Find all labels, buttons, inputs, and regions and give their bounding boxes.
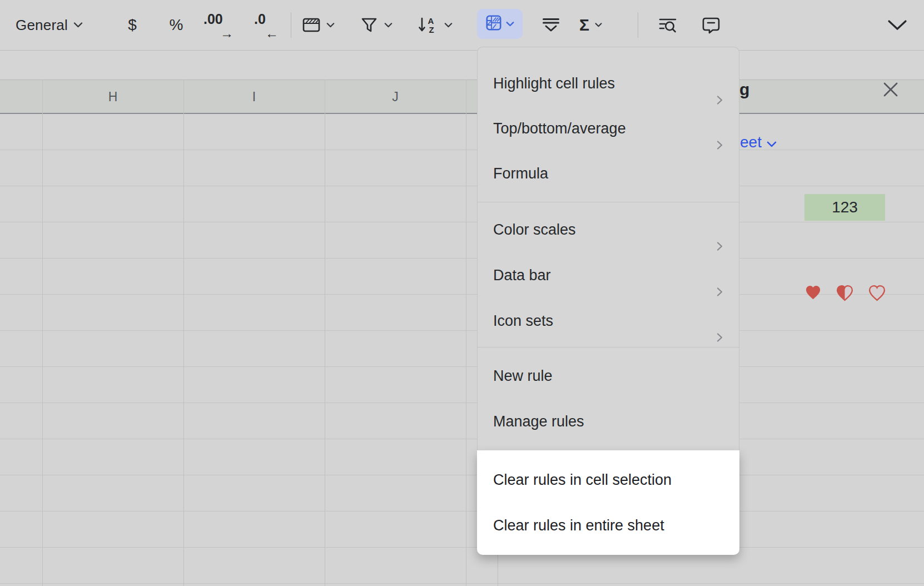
format-preview-cell: 123 <box>804 194 885 221</box>
currency-format-button[interactable]: $ <box>121 0 143 50</box>
heart-filled-icon <box>804 284 822 301</box>
grid-column-line <box>42 80 43 586</box>
column-header-row: H I J <box>0 80 924 114</box>
chevron-down-icon <box>506 19 514 29</box>
percent-format-button[interactable]: % <box>163 0 189 50</box>
menu-item-top-bottom-average[interactable]: Top/bottom/average <box>477 106 739 151</box>
collapse-toolbar-button[interactable] <box>884 0 911 50</box>
svg-text:A: A <box>428 16 434 26</box>
apply-scope-link[interactable]: eet <box>740 133 777 151</box>
menu-item-highlight-cell-rules[interactable]: Highlight cell rules <box>477 61 739 106</box>
toolbar-divider <box>638 12 638 38</box>
menu-item-color-scales[interactable]: Color scales <box>477 207 739 252</box>
increase-decimal-icon: .00 → <box>203 12 232 38</box>
menu-item-clear-rules-entire-sheet[interactable]: Clear rules in entire sheet <box>477 503 739 548</box>
comment-button[interactable] <box>698 0 724 50</box>
decrease-decimal-icon: .0 ← <box>254 12 277 38</box>
column-header-j[interactable]: J <box>392 80 399 113</box>
icon-set-preview <box>804 284 886 303</box>
toolbar: General $ % .00 → .0 ← <box>0 0 924 51</box>
increase-decimal-button[interactable]: .00 → <box>202 0 234 50</box>
chevron-down-icon <box>595 23 602 27</box>
cell-style-icon <box>302 16 321 34</box>
conditional-formatting-icon <box>486 15 501 33</box>
spreadsheet-app: General $ % .00 → .0 ← <box>0 0 924 586</box>
menu-item-formula[interactable]: Formula <box>477 151 739 196</box>
number-format-dropdown[interactable]: General <box>16 0 83 50</box>
chevron-down-icon <box>326 23 335 28</box>
menu-divider <box>477 202 739 202</box>
column-header-h[interactable]: H <box>108 80 118 113</box>
chevron-down-icon <box>887 19 908 31</box>
menu-item-data-bar[interactable]: Data bar <box>477 252 739 298</box>
find-replace-icon <box>658 16 678 34</box>
svg-text:Z: Z <box>429 25 434 34</box>
menu-item-icon-sets[interactable]: Icon sets <box>477 298 739 344</box>
number-format-label: General <box>16 17 68 34</box>
close-icon[interactable] <box>881 80 900 99</box>
sum-dropdown[interactable]: Σ <box>579 0 602 50</box>
grid-column-line <box>325 80 325 586</box>
toolbar-divider <box>291 12 291 38</box>
collapse-rows-icon <box>542 16 560 34</box>
panel-title-visible-fragment: g <box>739 80 749 99</box>
menu-item-manage-rules[interactable]: Manage rules <box>477 399 739 444</box>
menu-item-clear-rules-cell-selection[interactable]: Clear rules in cell selection <box>477 457 739 503</box>
percent-icon: % <box>170 16 183 34</box>
conditional-formatting-dropdown[interactable] <box>477 9 523 39</box>
sum-icon: Σ <box>579 16 589 34</box>
comment-icon <box>702 16 721 34</box>
find-replace-button[interactable] <box>655 0 680 50</box>
menu-item-new-rule[interactable]: New rule <box>477 353 739 399</box>
sort-dropdown[interactable]: A Z <box>418 0 453 50</box>
conditional-formatting-menu: Highlight cell rules Top/bottom/average … <box>477 47 739 555</box>
menu-divider <box>477 347 739 347</box>
apply-scope-visible-fragment: eet <box>740 133 762 151</box>
sort-az-icon: A Z <box>418 16 439 34</box>
heart-half-icon <box>836 284 854 302</box>
heart-outline-icon <box>868 284 886 302</box>
currency-icon: $ <box>128 16 137 34</box>
chevron-down-icon <box>73 22 83 28</box>
grid-column-line <box>183 80 184 586</box>
filter-dropdown[interactable] <box>360 0 393 50</box>
collapse-rows-button[interactable] <box>539 0 563 50</box>
sheet-grid[interactable] <box>0 114 924 586</box>
chevron-down-icon <box>384 23 393 28</box>
chevron-down-icon <box>444 23 453 28</box>
grid-column-line <box>466 80 466 586</box>
column-header-i[interactable]: I <box>252 80 256 113</box>
filter-icon <box>360 16 379 34</box>
formula-bar <box>0 51 924 80</box>
chevron-down-icon <box>767 133 777 151</box>
decrease-decimal-button[interactable]: .0 ← <box>251 0 280 50</box>
cell-style-dropdown[interactable] <box>302 0 335 50</box>
panel-left-border <box>498 555 498 586</box>
